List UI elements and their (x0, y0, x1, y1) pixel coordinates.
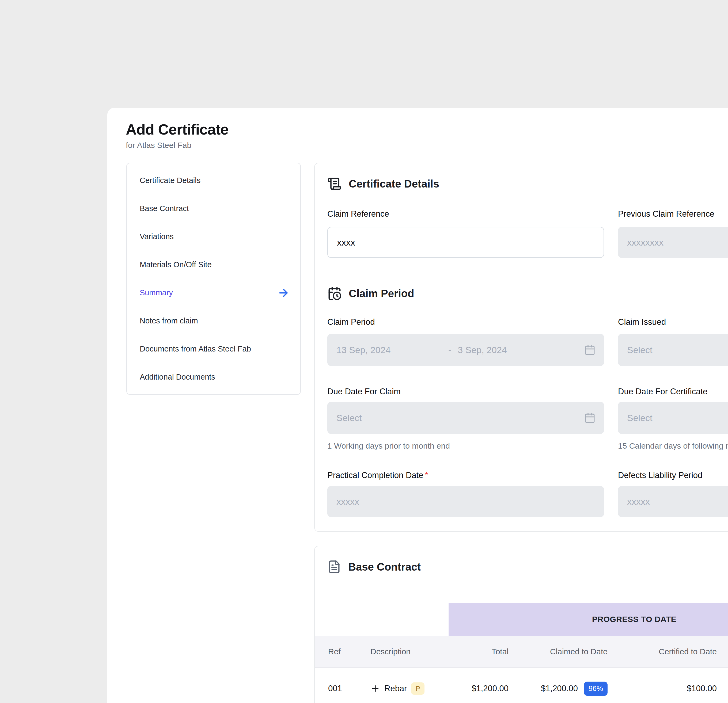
previous-claim-reference-input[interactable] (618, 227, 728, 258)
claim-period-separator: - (448, 345, 451, 355)
section-title-base-contract: Base Contract (348, 561, 421, 573)
nav-item-additional-documents[interactable]: Additional Documents (127, 363, 300, 391)
col-header-claimed-to-date: Claimed to Date (508, 647, 608, 656)
nav-item-label: Certificate Details (140, 176, 201, 185)
row-claimed: $1,200.00 (541, 684, 578, 693)
nav-item-label: Variations (140, 232, 174, 241)
progress-to-date-label: PROGRESS TO DATE (592, 603, 676, 636)
base-contract-table: PROGRESS TO DATE Ref Description Total C… (315, 603, 728, 703)
practical-completion-date-input[interactable] (327, 486, 604, 517)
required-asterisk: * (425, 471, 428, 480)
row-total: $1,200.00 (455, 684, 508, 693)
claim-period-label: Claim Period (327, 317, 604, 327)
provisional-tag-badge: P (411, 683, 424, 695)
col-header-certified-to-date: Certified to Date (608, 647, 717, 656)
claim-issued-placeholder: Select (627, 345, 653, 355)
nav-item-notes-from-claim[interactable]: Notes from claim (127, 307, 300, 335)
due-date-for-claim-select[interactable]: Select (327, 402, 604, 434)
due-date-for-certificate-helper: 15 Calendar days of following month (618, 441, 728, 451)
nav-item-documents-from-atlas-steel-fab[interactable]: Documents from Atlas Steel Fab (127, 335, 300, 363)
claim-period-range-field[interactable]: 13 Sep, 2024 - 3 Sep, 2024 (327, 334, 604, 366)
nav-item-summary[interactable]: Summary (127, 279, 300, 307)
expand-row-plus-icon[interactable] (370, 684, 380, 693)
claimed-percent-badge: 96% (584, 681, 608, 696)
certificate-details-card: Certificate Details Claim Reference Prev… (314, 163, 728, 532)
base-contract-card: Base Contract PROGRESS TO DATE Ref Descr… (314, 546, 728, 703)
nav-item-variations[interactable]: Variations (127, 223, 300, 251)
due-date-for-certificate-label: Due Date For Certificate (618, 386, 728, 397)
previous-claim-reference-label: Previous Claim Reference (618, 209, 728, 219)
col-header-description: Description (370, 647, 455, 656)
claim-period-end: 3 Sep, 2024 (458, 345, 507, 355)
claim-reference-input[interactable] (327, 227, 604, 258)
add-certificate-panel: Add Certificate for Atlas Steel Fab Cert… (107, 108, 728, 703)
nav-item-label: Summary (140, 288, 173, 297)
nav-item-label: Documents from Atlas Steel Fab (140, 344, 251, 353)
row-ref: 001 (328, 684, 370, 693)
due-date-for-claim-placeholder: Select (337, 413, 362, 423)
calendar-clock-icon (327, 286, 342, 301)
due-date-for-certificate-placeholder: Select (627, 413, 653, 423)
progress-to-date-band: PROGRESS TO DATE (449, 603, 728, 636)
due-date-for-certificate-select[interactable]: Select (618, 402, 728, 434)
calendar-icon (584, 344, 595, 356)
claim-reference-label: Claim Reference (327, 209, 604, 219)
claim-issued-select[interactable]: Select (618, 334, 728, 366)
row-description: Rebar (384, 684, 407, 693)
page-title: Add Certificate (126, 121, 728, 138)
row-certified: $100.00 (608, 684, 717, 693)
due-date-for-claim-helper: 1 Working days prior to month end (327, 441, 604, 451)
page-subtitle: for Atlas Steel Fab (126, 141, 728, 150)
scroll-text-icon (327, 177, 342, 191)
claim-period-start: 13 Sep, 2024 (337, 345, 448, 355)
section-title-certificate-details: Certificate Details (349, 178, 439, 190)
calendar-icon (584, 412, 595, 424)
col-header-total: Total (455, 647, 508, 656)
claim-issued-label: Claim Issued (618, 317, 728, 327)
nav-item-label: Notes from claim (140, 317, 198, 325)
nav-item-materials-on-off-site[interactable]: Materials On/Off Site (127, 251, 300, 279)
file-text-icon (327, 560, 341, 574)
table-row: 001 Rebar P $1,200.00 $1,200.00 96% (315, 667, 728, 703)
nav-item-label: Materials On/Off Site (140, 260, 212, 269)
nav-item-base-contract[interactable]: Base Contract (127, 194, 300, 223)
nav-item-label: Base Contract (140, 204, 189, 213)
practical-completion-date-label: Practical Completion Date* (327, 470, 604, 481)
defects-liability-period-label: Defects Liability Period (618, 470, 728, 481)
defects-liability-period-input[interactable] (618, 486, 728, 517)
nav-item-certificate-details[interactable]: Certificate Details (127, 166, 300, 194)
due-date-for-claim-label: Due Date For Claim (327, 386, 604, 397)
arrow-right-icon (277, 287, 290, 299)
section-nav: Certificate Details Base Contract Variat… (126, 163, 301, 395)
col-header-ref: Ref (328, 647, 370, 656)
nav-item-label: Additional Documents (140, 373, 215, 382)
table-header-row: Ref Description Total Claimed to Date Ce… (315, 636, 728, 667)
section-title-claim-period: Claim Period (349, 288, 414, 300)
